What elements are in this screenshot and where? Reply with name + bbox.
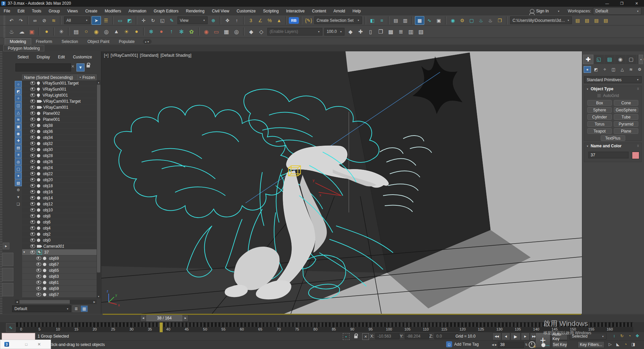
menu-group[interactable]: Group [45, 9, 63, 13]
project-folder-path-field[interactable]: C:\Users\lily\Documents\3ds Max 2020▼ [510, 16, 572, 24]
select-and-link-icon[interactable]: ∞ [31, 16, 39, 24]
red-marquee-icon[interactable]: ▭ [212, 27, 221, 37]
menu-interactive[interactable]: Interactive [282, 9, 308, 13]
key-mode-toggle-icon[interactable]: ↕ [611, 333, 617, 339]
visibility-eye-icon[interactable] [30, 220, 35, 224]
explorer-row-obj63[interactable]: obj63 [22, 273, 97, 280]
container-box-icon[interactable]: ▦ [222, 27, 231, 37]
layers-dropdown[interactable]: (Enable Layers)▼ [267, 28, 322, 36]
hierarchy-tab-icon[interactable]: ▤ [604, 55, 615, 64]
ribbon-options-icon[interactable]: ●▼ [143, 39, 152, 44]
workspace-dropdown[interactable]: Default ▼ [593, 7, 641, 15]
add-time-tag[interactable]: ◻ Add Time Tag [446, 341, 479, 347]
egg-light-icon[interactable]: ○ [82, 27, 91, 37]
restore-button[interactable]: ❐ [614, 0, 629, 7]
mute-track-icon[interactable]: ◣ [615, 341, 621, 347]
expand-caret-icon[interactable]: ▼ [23, 251, 25, 254]
spinner-left-icon[interactable]: ◀ [492, 343, 494, 346]
viewport-menu-shading[interactable]: [Default Shading] [160, 53, 191, 58]
visibility-eye-icon[interactable] [30, 232, 35, 236]
close-window-icon[interactable]: ✕ [38, 342, 41, 347]
filter-materials-icon[interactable]: ◎ [15, 158, 22, 165]
filter-bones-icon[interactable]: ◉ [15, 130, 22, 137]
object-name-field[interactable]: 37 [588, 152, 629, 158]
filter-groups-icon[interactable]: ▤ [15, 144, 22, 151]
unlink-selection-icon[interactable]: ⊘ [40, 16, 49, 24]
explorer-row-obj38[interactable]: obj38 [22, 122, 97, 129]
object-color-swatch[interactable] [632, 152, 639, 159]
menu-graph-editors[interactable]: Graph Editors [150, 9, 182, 13]
drag-handle-icon[interactable]: ⠿ [637, 88, 639, 91]
current-frame-marker[interactable] [160, 322, 163, 333]
visibility-eye-icon[interactable] [30, 214, 35, 218]
spinner-snap-icon[interactable]: ▲ [275, 16, 283, 24]
visibility-eye-icon[interactable] [30, 93, 35, 97]
filter-geometry-icon[interactable]: ▣ [15, 123, 22, 130]
filter-selection-sets-icon[interactable]: ▧ [15, 180, 22, 186]
mirror-icon[interactable]: ◧ [368, 16, 377, 24]
filter-helpers-icon[interactable]: △ [15, 109, 22, 116]
docked-window-thumbnail[interactable] [2, 268, 13, 281]
close-button[interactable]: ✕ [629, 0, 644, 7]
search-filter-funnel-icon[interactable]: ▼ [76, 63, 85, 71]
explorer-row-obj36[interactable]: obj36 [22, 129, 97, 135]
visibility-eye-icon[interactable] [36, 256, 41, 260]
cameras-icon[interactable]: ◫ [610, 66, 617, 73]
visibility-eye-icon[interactable] [36, 275, 41, 278]
track-bar-ruler[interactable]: 0510152025303540455055606570758085909510… [16, 322, 633, 333]
explorer-row-obj30[interactable]: obj30 [22, 147, 97, 153]
named-selection-sets-dropdown[interactable]: Create Selection Set▼ [314, 16, 362, 24]
explorer-menu-edit[interactable]: Edit [54, 55, 69, 59]
menu-file[interactable]: File [0, 9, 14, 13]
visibility-eye-icon[interactable] [30, 99, 35, 103]
perspective-viewport[interactable]: [+] [VRayCam001] [Standard] [Default Sha… [101, 51, 582, 314]
render-iterative-icon[interactable]: ♨ [486, 16, 495, 24]
scroll-right-icon[interactable]: ▶ [92, 300, 97, 304]
material-editor-icon[interactable]: ◉ [448, 16, 457, 24]
primitives-category-dropdown[interactable]: Standard Primitives ▼ [584, 76, 642, 83]
ribbon-tab-modeling[interactable]: Modeling [5, 38, 31, 45]
spheres-pair-icon[interactable]: ◉ [202, 27, 211, 37]
toggle-scene-explorer-icon[interactable]: ▤ [391, 16, 400, 24]
scrollbar-thumb[interactable] [97, 85, 100, 272]
explorer-column-header[interactable]: Name (Sorted Descending) ▼ Frozen [22, 74, 97, 80]
angle-snap-icon[interactable]: ∠ [256, 16, 265, 24]
geometry-icon[interactable]: ● [584, 66, 591, 73]
half-tone-icon[interactable]: ◨ [630, 341, 636, 347]
visibility-eye-icon[interactable] [30, 172, 35, 176]
menu-views[interactable]: Views [63, 9, 82, 13]
key-filters-button[interactable]: Key Filters... [578, 341, 604, 348]
menu-content[interactable]: Content [308, 9, 330, 13]
set-keys-button[interactable]: +⚪— [535, 333, 550, 348]
toolbar-grip[interactable] [3, 26, 5, 38]
panel-icon[interactable]: ▤ [71, 27, 81, 37]
target-icon[interactable]: ◎ [232, 27, 241, 37]
visibility-eye-icon[interactable] [36, 281, 41, 284]
explorer-row-camera001[interactable]: Camera001 [22, 243, 97, 249]
visibility-eye-icon[interactable] [30, 130, 35, 133]
visibility-eye-icon[interactable] [30, 178, 35, 182]
glow-sphere-icon[interactable]: ◉ [92, 27, 101, 37]
filter-lights-icon[interactable]: ✧ [15, 95, 22, 102]
absolute-mode-icon[interactable]: ✕ [362, 333, 369, 340]
filter-hidden-icon[interactable]: ✦ [15, 172, 22, 179]
explorer-row-obj57[interactable]: obj57 [22, 292, 97, 298]
geosphere-button[interactable]: GeoSphere [614, 107, 638, 113]
custom-filter-gear-icon[interactable]: ⚙ [15, 187, 22, 193]
rectangular-selection-region-icon[interactable]: ▭ [116, 16, 124, 24]
docked-window-thumbnail[interactable] [2, 253, 13, 266]
cloud-icon[interactable]: ☁ [17, 27, 26, 37]
x-coordinate-field[interactable]: -10.563 [375, 333, 399, 339]
visibility-eye-icon[interactable] [30, 190, 35, 194]
current-frame-field[interactable]: 38 [498, 342, 524, 348]
menu-rendering[interactable]: Rendering [182, 9, 208, 13]
viewport-menu-camera[interactable]: [VRayCam001] [111, 53, 138, 58]
menu-customize[interactable]: Customize [233, 9, 260, 13]
z-coordinate-field[interactable]: 0.0 [434, 333, 459, 339]
ribbon-tab-populate[interactable]: Populate [114, 39, 139, 45]
red-sphere-icon[interactable]: ● [157, 27, 166, 37]
snaps-toggle-icon[interactable]: 3 [247, 16, 255, 24]
minimize-button[interactable]: — [600, 0, 614, 7]
rendered-frame-window-icon[interactable]: ▢ [467, 16, 476, 24]
toolbar-grip[interactable] [3, 15, 5, 25]
